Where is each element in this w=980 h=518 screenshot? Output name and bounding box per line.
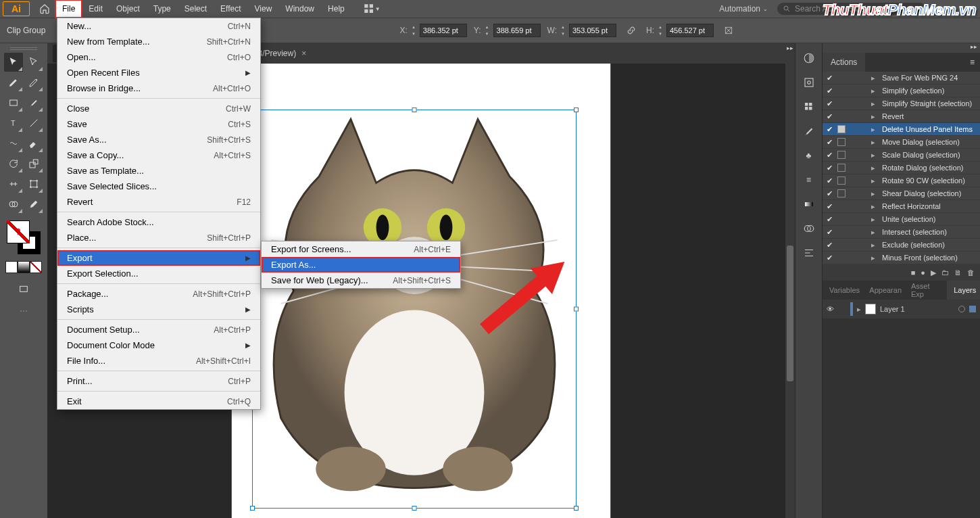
selection-tool[interactable] [4,53,23,72]
stop-icon[interactable]: ■ [911,268,916,277]
screen-mode-tool[interactable] [14,280,33,299]
action-row[interactable]: ✔▸Simplify (selection) [823,85,980,97]
rectangle-tool[interactable] [4,93,23,112]
layer-row[interactable]: 👁 ▸ Layer 1 [823,300,980,319]
panel-tab-layers[interactable]: Layers [947,281,980,300]
menu-item-save-as-template[interactable]: Save as Template... [57,163,260,179]
menu-item-export[interactable]: Export▶ [57,250,260,266]
menu-window[interactable]: Window [278,0,321,18]
menu-item-save[interactable]: SaveCtrl+S [57,116,260,132]
menu-item-scripts[interactable]: Scripts▶ [57,302,260,317]
new-action-icon[interactable]: 🗎 [954,268,962,277]
menu-item-save-for-web-legacy[interactable]: Save for Web (Legacy)...Alt+Shift+Ctrl+S [262,273,460,288]
menu-item-save-as[interactable]: Save As...Shift+Ctrl+S [57,132,260,147]
link-wh-icon[interactable] [623,22,639,39]
direct-selection-tool[interactable] [24,53,43,72]
collapse-panels-icon[interactable]: ▸▸ [823,43,980,53]
eraser-tool[interactable] [24,134,43,153]
handle-ne[interactable] [574,108,579,112]
panel-drag-handle[interactable] [10,46,37,50]
panel-menu-icon[interactable]: ≡ [964,57,980,67]
layer-name[interactable]: Layer 1 [880,305,905,313]
delete-action-icon[interactable]: 🗑 [967,268,975,277]
action-row[interactable]: ✔▸Minus Front (selection) [823,252,980,264]
action-row[interactable]: ✔▸Intersect (selection) [823,226,980,239]
actions-tab[interactable]: Actions [823,53,865,72]
action-row[interactable]: ✔▸Unite (selection) [823,213,980,226]
gradient-panel-icon[interactable] [801,196,817,212]
handle-n[interactable] [412,108,417,112]
menu-select[interactable]: Select [178,0,214,18]
shaper-tool[interactable] [4,134,23,153]
eyedropper-tool[interactable] [24,195,43,214]
scale-tool[interactable] [24,154,43,173]
action-row[interactable]: ✔▸Rotate Dialog (selection) [823,162,980,174]
menu-item-open[interactable]: Open...Ctrl+O [57,49,260,65]
action-row[interactable]: ✔▸Scale Dialog (selection) [823,149,980,162]
menu-item-open-recent-files[interactable]: Open Recent Files▶ [57,65,260,80]
x-input[interactable] [420,24,467,37]
menu-item-save-a-copy[interactable]: Save a Copy...Alt+Ctrl+S [57,147,260,163]
menu-item-save-selected-slices[interactable]: Save Selected Slices... [57,179,260,194]
menu-item-export-for-screens[interactable]: Export for Screens...Alt+Ctrl+E [262,241,460,257]
menu-item-browse-in-bridge[interactable]: Browse in Bridge...Alt+Ctrl+O [57,80,260,96]
draw-mode-strip[interactable] [5,261,42,273]
menu-item-package[interactable]: Package...Alt+Shift+Ctrl+P [57,286,260,302]
action-row[interactable]: ✔▸Move Dialog (selection) [823,136,980,149]
menu-edit[interactable]: Edit [82,0,109,18]
action-row[interactable]: ✔▸Save For Web PNG 24 [823,72,980,85]
new-set-icon[interactable]: 🗀 [941,268,949,277]
width-tool[interactable] [4,174,23,193]
menu-item-print[interactable]: Print...Ctrl+P [57,373,260,389]
transform-panel-icon[interactable] [720,22,737,39]
symbols-panel-icon[interactable]: ♣ [801,147,817,164]
action-row[interactable]: ✔▸Delete Unused Panel Items [823,123,980,136]
visibility-icon[interactable]: 👁 [827,305,834,313]
tab-close-icon[interactable]: × [301,49,306,58]
home-icon[interactable] [34,0,55,18]
menu-item-document-color-mode[interactable]: Document Color Mode▶ [57,337,260,353]
fill-stroke-swatch[interactable]: ? [7,220,41,254]
align-panel-icon[interactable] [801,245,817,261]
action-row[interactable]: ✔▸Reflect Horizontal [823,200,980,213]
menu-item-search-adobe-stock[interactable]: Search Adobe Stock... [57,214,260,230]
panel-tab-appearan[interactable]: Appearan [862,281,904,300]
swatches-panel-icon[interactable] [801,99,817,115]
action-row[interactable]: ✔▸Shear Dialog (selection) [823,187,980,200]
handle-s[interactable] [412,506,417,511]
menu-item-exit[interactable]: ExitCtrl+Q [57,394,260,409]
menu-item-document-setup[interactable]: Document Setup...Alt+Ctrl+P [57,322,260,337]
action-row[interactable]: ✔▸Rotate 90 CW (selection) [823,174,980,187]
properties-panel-icon[interactable] [801,74,817,91]
menu-view[interactable]: View [248,0,279,18]
menu-item-new-from-template[interactable]: New from Template...Shift+Ctrl+N [57,34,260,49]
menu-item-export-as[interactable]: Export As... [262,257,460,273]
menu-item-file-info[interactable]: File Info...Alt+Shift+Ctrl+I [57,353,260,369]
action-row[interactable]: ✔▸Exclude (selection) [823,239,980,252]
target-icon[interactable] [958,306,965,312]
action-row[interactable]: ✔▸Revert [823,110,980,123]
action-row[interactable]: ✔▸Simplify Straight (selection) [823,97,980,110]
vertical-scrollbar[interactable] [785,64,795,518]
menu-help[interactable]: Help [321,0,351,18]
panel-tab-asset exp[interactable]: Asset Exp [904,281,947,300]
record-icon[interactable]: ● [921,268,925,277]
collapse-right-icon[interactable]: ▸▸ [785,43,795,53]
menu-type[interactable]: Type [147,0,178,18]
y-input[interactable] [493,24,541,37]
menu-item-revert[interactable]: RevertF12 [57,194,260,210]
menu-object[interactable]: Object [109,0,147,18]
menu-item-close[interactable]: CloseCtrl+W [57,101,260,116]
line-segment-tool[interactable] [24,114,43,133]
curvature-tool[interactable] [24,73,43,92]
handle-e[interactable] [574,307,579,312]
menu-item-place[interactable]: Place...Shift+Ctrl+P [57,230,260,245]
type-tool[interactable]: T [4,114,23,133]
rotate-tool[interactable] [4,154,23,173]
stroke-panel-icon[interactable]: ≡ [801,172,817,188]
menu-item-export-selection[interactable]: Export Selection... [57,266,260,281]
menu-item-new[interactable]: New...Ctrl+N [57,18,260,34]
menu-file[interactable]: File [55,0,82,18]
expand-layer-icon[interactable]: ▸ [857,305,861,314]
h-input[interactable] [666,24,714,37]
